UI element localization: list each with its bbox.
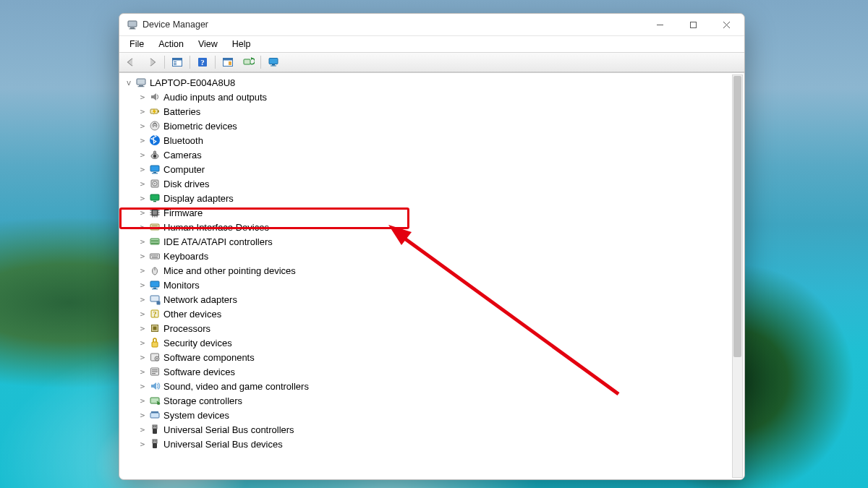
tree-node-processors[interactable]: >Processors bbox=[137, 321, 744, 335]
keyboard-icon bbox=[148, 250, 161, 262]
tree-node-disk-drives[interactable]: >Disk drives bbox=[137, 176, 744, 191]
storage-icon bbox=[148, 395, 161, 406]
toolbar-monitor-button[interactable] bbox=[264, 53, 283, 71]
tree-node-software-components[interactable]: >Software components bbox=[137, 350, 744, 364]
expand-icon[interactable]: > bbox=[137, 194, 148, 202]
bluetooth-icon bbox=[148, 134, 161, 146]
tree-node-label: Disk drives bbox=[163, 179, 210, 189]
menu-action[interactable]: Action bbox=[153, 36, 190, 52]
swdev-icon bbox=[148, 366, 161, 377]
tree-node-human-interface-devices[interactable]: >Human Interface Devices bbox=[137, 220, 744, 234]
disk-icon bbox=[148, 178, 161, 189]
monitor-icon bbox=[148, 279, 161, 291]
close-button[interactable] bbox=[710, 14, 743, 35]
device-tree[interactable]: vLAPTOP-E004A8U8>Audio inputs and output… bbox=[119, 73, 744, 479]
tree-node-biometric-devices[interactable]: >Biometric devices bbox=[137, 119, 744, 133]
tree-node-cameras[interactable]: >Cameras bbox=[137, 147, 744, 162]
expand-icon[interactable]: > bbox=[137, 354, 148, 361]
tree-node-network-adapters[interactable]: >Network adapters bbox=[137, 292, 744, 307]
tree-node-other-devices[interactable]: >Other devices bbox=[137, 307, 744, 321]
other-icon bbox=[148, 308, 161, 320]
expand-icon[interactable]: > bbox=[137, 137, 148, 145]
network-icon bbox=[148, 294, 161, 305]
tree-node-audio-inputs-and-outputs[interactable]: >Audio inputs and outputs bbox=[137, 90, 744, 104]
tree-node-keyboards[interactable]: >Keyboards bbox=[137, 249, 744, 263]
expand-icon[interactable]: > bbox=[137, 368, 148, 376]
sound-icon bbox=[148, 380, 161, 392]
expand-icon[interactable]: > bbox=[137, 325, 148, 333]
tree-node-label: Bluetooth bbox=[163, 135, 203, 146]
tree-node-sound-video-and-game-controllers[interactable]: >Sound, video and game controllers bbox=[137, 379, 744, 393]
svg-rect-10 bbox=[174, 63, 176, 64]
toolbar-show-hidden-button[interactable] bbox=[168, 53, 187, 71]
menu-file[interactable]: File bbox=[124, 36, 150, 52]
toolbar-properties-button[interactable] bbox=[218, 53, 237, 71]
expand-icon[interactable]: > bbox=[137, 339, 148, 347]
tree-root[interactable]: vLAPTOP-E004A8U8 bbox=[124, 75, 744, 90]
tree-node-computer[interactable]: >Computer bbox=[137, 162, 744, 176]
expand-icon[interactable]: > bbox=[137, 252, 148, 260]
expand-icon[interactable]: > bbox=[137, 93, 148, 101]
expand-icon[interactable]: > bbox=[137, 296, 148, 304]
toolbar-forward-button[interactable] bbox=[142, 53, 161, 71]
expand-icon[interactable]: > bbox=[137, 426, 148, 434]
tree-node-firmware[interactable]: >Firmware bbox=[137, 205, 744, 220]
chip-icon bbox=[148, 207, 161, 218]
tree-node-ide-ata-atapi-controllers[interactable]: >IDE ATA/ATAPI controllers bbox=[137, 234, 744, 249]
svg-rect-11 bbox=[174, 64, 176, 65]
tree-node-system-devices[interactable]: >System devices bbox=[137, 408, 744, 422]
expand-icon[interactable]: > bbox=[137, 281, 148, 289]
tree-node-mice-and-other-pointing-devices[interactable]: >Mice and other pointing devices bbox=[137, 263, 744, 278]
expand-icon[interactable]: > bbox=[137, 223, 148, 231]
camera-icon bbox=[148, 149, 161, 160]
svg-rect-9 bbox=[174, 61, 176, 62]
tree-node-bluetooth[interactable]: >Bluetooth bbox=[137, 133, 744, 147]
app-icon bbox=[127, 19, 138, 30]
expand-icon[interactable]: > bbox=[137, 397, 148, 405]
minimize-button[interactable] bbox=[643, 14, 676, 35]
expand-icon[interactable]: > bbox=[137, 382, 148, 390]
tree-node-label: Cameras bbox=[163, 150, 202, 160]
tree-node-universal-serial-bus-controllers[interactable]: >Universal Serial Bus controllers bbox=[137, 422, 744, 437]
tree-node-label: Display adapters bbox=[163, 193, 234, 204]
expand-icon[interactable]: > bbox=[137, 209, 148, 217]
expand-icon[interactable]: > bbox=[137, 411, 148, 419]
tree-node-software-devices[interactable]: >Software devices bbox=[137, 364, 744, 379]
toolbar-separator bbox=[164, 56, 165, 69]
expand-icon[interactable]: > bbox=[137, 166, 148, 174]
svg-rect-4 bbox=[690, 22, 696, 27]
expand-icon[interactable]: > bbox=[137, 151, 148, 159]
tree-node-display-adapters[interactable]: >Display adapters bbox=[137, 191, 744, 205]
tree-node-label: Mice and other pointing devices bbox=[163, 265, 296, 276]
toolbar-separator bbox=[190, 56, 190, 69]
menu-view[interactable]: View bbox=[192, 36, 224, 52]
tree-node-label: Audio inputs and outputs bbox=[163, 92, 267, 103]
svg-rect-2 bbox=[129, 28, 136, 29]
expand-icon[interactable]: > bbox=[137, 108, 148, 116]
tree-node-monitors[interactable]: >Monitors bbox=[137, 278, 744, 292]
expand-icon[interactable]: v bbox=[124, 79, 134, 87]
expand-icon[interactable]: > bbox=[137, 310, 148, 318]
vertical-scrollbar[interactable] bbox=[732, 74, 743, 478]
tree-node-label: Software devices bbox=[163, 367, 235, 377]
tree-node-batteries[interactable]: >Batteries bbox=[137, 104, 744, 119]
tree-node-security-devices[interactable]: >Security devices bbox=[137, 335, 744, 350]
menu-help[interactable]: Help bbox=[226, 36, 257, 52]
tree-node-storage-controllers[interactable]: >Storage controllers bbox=[137, 393, 744, 408]
tree-root-label: LAPTOP-E004A8U8 bbox=[150, 77, 235, 88]
expand-icon[interactable]: > bbox=[137, 180, 148, 188]
toolbar-back-button[interactable] bbox=[122, 53, 141, 71]
usb-icon bbox=[148, 424, 161, 435]
mouse-icon bbox=[148, 265, 161, 276]
expand-icon[interactable]: > bbox=[137, 267, 148, 275]
expand-icon[interactable]: > bbox=[137, 122, 148, 130]
expand-icon[interactable]: > bbox=[137, 238, 148, 246]
maximize-button[interactable] bbox=[676, 14, 710, 35]
svg-rect-17 bbox=[244, 59, 250, 64]
expand-icon[interactable]: > bbox=[137, 440, 148, 448]
toolbar-help-button[interactable]: ? bbox=[193, 53, 212, 71]
tree-node-universal-serial-bus-devices[interactable]: >Universal Serial Bus devices bbox=[137, 437, 744, 451]
svg-rect-16 bbox=[229, 61, 231, 65]
toolbar-scan-button[interactable] bbox=[239, 53, 258, 71]
usb-icon bbox=[148, 438, 161, 450]
